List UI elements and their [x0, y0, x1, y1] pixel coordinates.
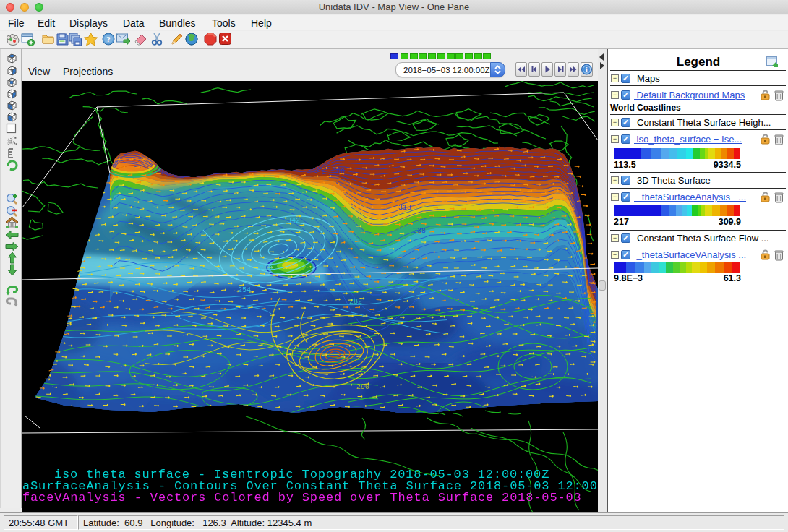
svg-text:290: 290	[356, 383, 369, 391]
svg-text:318: 318	[398, 204, 411, 212]
svg-text:?: ?	[106, 35, 111, 43]
svg-text:282: 282	[349, 298, 362, 306]
svg-text:238: 238	[413, 227, 426, 235]
svg-text:254: 254	[238, 286, 251, 294]
svg-text:342: 342	[287, 217, 300, 225]
svg-text:faceVAnalysis - Vectors Colore: faceVAnalysis - Vectors Colored by Speed…	[22, 491, 582, 505]
svg-text:i: i	[586, 66, 588, 74]
svg-text:300: 300	[332, 168, 345, 176]
svg-text:250: 250	[260, 265, 273, 273]
